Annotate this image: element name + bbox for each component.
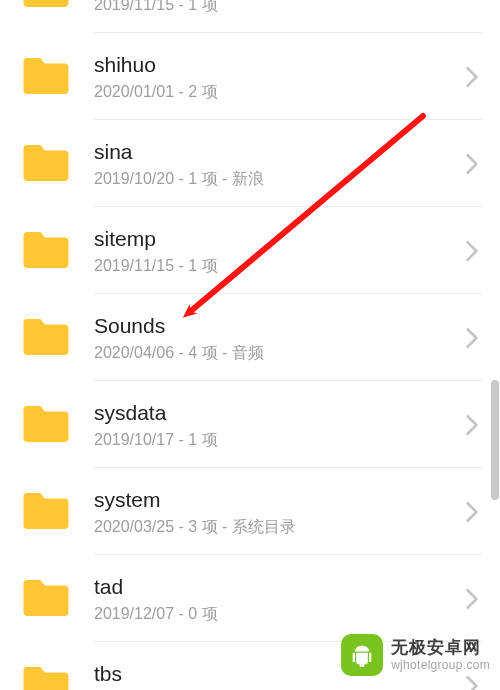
folder-name: sitemp xyxy=(94,226,462,252)
folder-meta: tad2019/12/07 - 0 项 xyxy=(94,574,462,623)
folder-row[interactable]: Sounds2020/04/06 - 4 项 - 音频 xyxy=(0,294,500,381)
chevron-right-icon xyxy=(462,154,482,174)
chevron-right-icon xyxy=(462,589,482,609)
folder-icon xyxy=(18,310,74,366)
folder-subtitle: 2020/01/01 - 2 项 xyxy=(94,82,462,101)
folder-subtitle: 2019/11/15 - 1 项 xyxy=(94,0,462,14)
folder-meta: Sounds2020/04/06 - 4 项 - 音频 xyxy=(94,313,462,362)
watermark: 无极安卓网 wjhotelgroup.com xyxy=(341,634,490,676)
folder-icon xyxy=(18,658,74,691)
folder-row[interactable]: sysdata2019/10/17 - 1 项 xyxy=(0,381,500,468)
folder-list: sfs2019/11/15 - 1 项shihuo2020/01/01 - 2 … xyxy=(0,0,500,690)
folder-name: sysdata xyxy=(94,400,462,426)
folder-icon xyxy=(18,571,74,627)
chevron-right-icon xyxy=(462,676,482,691)
folder-icon xyxy=(18,397,74,453)
watermark-url: wjhotelgroup.com xyxy=(391,659,490,672)
scrollbar[interactable] xyxy=(489,380,499,500)
watermark-text: 无极安卓网 wjhotelgroup.com xyxy=(391,639,490,671)
folder-meta: sysdata2019/10/17 - 1 项 xyxy=(94,400,462,449)
folder-icon xyxy=(18,0,74,18)
watermark-title: 无极安卓网 xyxy=(391,639,490,657)
folder-subtitle: 2019/10/17 - 1 项 xyxy=(94,430,462,449)
folder-icon xyxy=(18,484,74,540)
chevron-right-icon xyxy=(462,241,482,261)
folder-row[interactable]: sfs2019/11/15 - 1 项 xyxy=(0,0,500,33)
folder-meta: system2020/03/25 - 3 项 - 系统目录 xyxy=(94,487,462,536)
folder-row[interactable]: sitemp2019/11/15 - 1 项 xyxy=(0,207,500,294)
file-manager-screen: sfs2019/11/15 - 1 项shihuo2020/01/01 - 2 … xyxy=(0,0,500,690)
folder-row[interactable]: shihuo2020/01/01 - 2 项 xyxy=(0,33,500,120)
folder-subtitle: 2019/11/15 - 1 项 xyxy=(94,256,462,275)
folder-row[interactable]: system2020/03/25 - 3 项 - 系统目录 xyxy=(0,468,500,555)
folder-row[interactable]: sina2019/10/20 - 1 项 - 新浪 xyxy=(0,120,500,207)
folder-subtitle: 2019/12/07 - 0 项 xyxy=(94,604,462,623)
chevron-right-icon xyxy=(462,415,482,435)
folder-icon xyxy=(18,49,74,105)
android-logo-icon xyxy=(341,634,383,676)
chevron-right-icon xyxy=(462,502,482,522)
chevron-right-icon xyxy=(462,67,482,87)
folder-icon xyxy=(18,136,74,192)
folder-name: sina xyxy=(94,139,462,165)
scrollbar-thumb[interactable] xyxy=(491,380,499,500)
folder-name: tad xyxy=(94,574,462,600)
folder-name: Sounds xyxy=(94,313,462,339)
folder-subtitle: 2020/04/06 - 4 项 - 音频 xyxy=(94,343,462,362)
folder-meta: sina2019/10/20 - 1 项 - 新浪 xyxy=(94,139,462,188)
chevron-right-icon xyxy=(462,328,482,348)
folder-meta: sitemp2019/11/15 - 1 项 xyxy=(94,226,462,275)
folder-subtitle: 2019/10/20 - 1 项 - 新浪 xyxy=(94,169,462,188)
folder-name: system xyxy=(94,487,462,513)
folder-icon xyxy=(18,223,74,279)
folder-subtitle: 2020/03/25 - 3 项 - 系统目录 xyxy=(94,517,462,536)
folder-meta: shihuo2020/01/01 - 2 项 xyxy=(94,52,462,101)
folder-row[interactable]: tad2019/12/07 - 0 项 xyxy=(0,555,500,642)
folder-name: shihuo xyxy=(94,52,462,78)
folder-meta: sfs2019/11/15 - 1 项 xyxy=(94,0,462,14)
